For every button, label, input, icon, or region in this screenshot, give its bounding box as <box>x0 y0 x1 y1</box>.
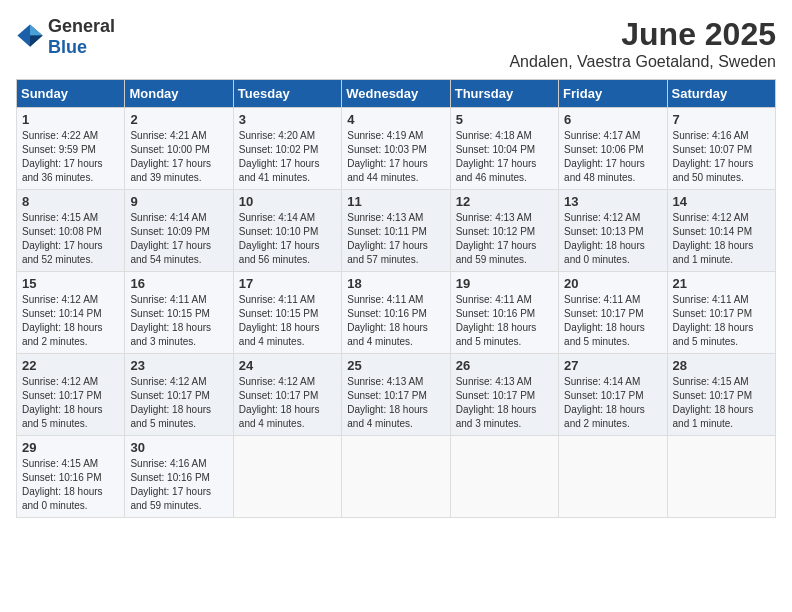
weekday-header: Thursday <box>450 80 558 108</box>
weekday-header: Sunday <box>17 80 125 108</box>
calendar-cell: 2Sunrise: 4:21 AMSunset: 10:00 PMDayligh… <box>125 108 233 190</box>
calendar-week-row: 29Sunrise: 4:15 AMSunset: 10:16 PMDaylig… <box>17 436 776 518</box>
day-number: 15 <box>22 276 119 291</box>
calendar-cell: 10Sunrise: 4:14 AMSunset: 10:10 PMDaylig… <box>233 190 341 272</box>
day-number: 12 <box>456 194 553 209</box>
day-detail: Sunrise: 4:13 AMSunset: 10:12 PMDaylight… <box>456 212 537 265</box>
day-detail: Sunrise: 4:14 AMSunset: 10:10 PMDaylight… <box>239 212 320 265</box>
weekday-header: Wednesday <box>342 80 450 108</box>
day-detail: Sunrise: 4:11 AMSunset: 10:15 PMDaylight… <box>130 294 211 347</box>
svg-marker-2 <box>30 36 43 47</box>
weekday-header: Tuesday <box>233 80 341 108</box>
day-number: 13 <box>564 194 661 209</box>
day-detail: Sunrise: 4:11 AMSunset: 10:15 PMDaylight… <box>239 294 320 347</box>
day-number: 11 <box>347 194 444 209</box>
calendar-cell: 25Sunrise: 4:13 AMSunset: 10:17 PMDaylig… <box>342 354 450 436</box>
day-number: 8 <box>22 194 119 209</box>
logo-blue: Blue <box>48 37 87 57</box>
calendar-cell: 19Sunrise: 4:11 AMSunset: 10:16 PMDaylig… <box>450 272 558 354</box>
day-detail: Sunrise: 4:16 AMSunset: 10:07 PMDaylight… <box>673 130 754 183</box>
day-number: 3 <box>239 112 336 127</box>
calendar-cell <box>450 436 558 518</box>
logo-general: General <box>48 16 115 36</box>
day-number: 10 <box>239 194 336 209</box>
calendar-cell: 27Sunrise: 4:14 AMSunset: 10:17 PMDaylig… <box>559 354 667 436</box>
calendar-cell: 13Sunrise: 4:12 AMSunset: 10:13 PMDaylig… <box>559 190 667 272</box>
calendar-cell: 29Sunrise: 4:15 AMSunset: 10:16 PMDaylig… <box>17 436 125 518</box>
day-number: 7 <box>673 112 770 127</box>
day-detail: Sunrise: 4:11 AMSunset: 10:16 PMDaylight… <box>456 294 537 347</box>
day-number: 5 <box>456 112 553 127</box>
calendar-week-row: 15Sunrise: 4:12 AMSunset: 10:14 PMDaylig… <box>17 272 776 354</box>
calendar-cell: 8Sunrise: 4:15 AMSunset: 10:08 PMDayligh… <box>17 190 125 272</box>
calendar-cell: 21Sunrise: 4:11 AMSunset: 10:17 PMDaylig… <box>667 272 775 354</box>
calendar-week-row: 1Sunrise: 4:22 AMSunset: 9:59 PMDaylight… <box>17 108 776 190</box>
calendar-cell: 24Sunrise: 4:12 AMSunset: 10:17 PMDaylig… <box>233 354 341 436</box>
day-detail: Sunrise: 4:21 AMSunset: 10:00 PMDaylight… <box>130 130 211 183</box>
day-number: 1 <box>22 112 119 127</box>
weekday-header: Saturday <box>667 80 775 108</box>
day-detail: Sunrise: 4:19 AMSunset: 10:03 PMDaylight… <box>347 130 428 183</box>
day-detail: Sunrise: 4:17 AMSunset: 10:06 PMDaylight… <box>564 130 645 183</box>
calendar-cell: 6Sunrise: 4:17 AMSunset: 10:06 PMDayligh… <box>559 108 667 190</box>
day-detail: Sunrise: 4:20 AMSunset: 10:02 PMDaylight… <box>239 130 320 183</box>
day-number: 4 <box>347 112 444 127</box>
weekday-header-row: SundayMondayTuesdayWednesdayThursdayFrid… <box>17 80 776 108</box>
day-detail: Sunrise: 4:12 AMSunset: 10:17 PMDaylight… <box>130 376 211 429</box>
day-number: 22 <box>22 358 119 373</box>
day-number: 19 <box>456 276 553 291</box>
day-detail: Sunrise: 4:13 AMSunset: 10:11 PMDaylight… <box>347 212 428 265</box>
day-detail: Sunrise: 4:13 AMSunset: 10:17 PMDaylight… <box>456 376 537 429</box>
calendar-cell: 7Sunrise: 4:16 AMSunset: 10:07 PMDayligh… <box>667 108 775 190</box>
calendar-cell <box>233 436 341 518</box>
day-number: 30 <box>130 440 227 455</box>
month-title: June 2025 <box>509 16 776 53</box>
page-header: General Blue June 2025 Andalen, Vaestra … <box>16 16 776 71</box>
day-number: 2 <box>130 112 227 127</box>
calendar-cell: 22Sunrise: 4:12 AMSunset: 10:17 PMDaylig… <box>17 354 125 436</box>
day-detail: Sunrise: 4:15 AMSunset: 10:16 PMDaylight… <box>22 458 103 511</box>
calendar-table: SundayMondayTuesdayWednesdayThursdayFrid… <box>16 79 776 518</box>
calendar-cell <box>667 436 775 518</box>
logo-icon <box>16 23 44 51</box>
calendar-cell <box>559 436 667 518</box>
day-number: 25 <box>347 358 444 373</box>
day-detail: Sunrise: 4:12 AMSunset: 10:17 PMDaylight… <box>22 376 103 429</box>
logo-text: General Blue <box>48 16 115 58</box>
day-detail: Sunrise: 4:11 AMSunset: 10:17 PMDaylight… <box>564 294 645 347</box>
day-detail: Sunrise: 4:12 AMSunset: 10:17 PMDaylight… <box>239 376 320 429</box>
day-detail: Sunrise: 4:14 AMSunset: 10:09 PMDaylight… <box>130 212 211 265</box>
calendar-cell: 15Sunrise: 4:12 AMSunset: 10:14 PMDaylig… <box>17 272 125 354</box>
day-detail: Sunrise: 4:12 AMSunset: 10:13 PMDaylight… <box>564 212 645 265</box>
day-detail: Sunrise: 4:15 AMSunset: 10:08 PMDaylight… <box>22 212 103 265</box>
day-number: 27 <box>564 358 661 373</box>
day-number: 18 <box>347 276 444 291</box>
day-number: 9 <box>130 194 227 209</box>
day-detail: Sunrise: 4:12 AMSunset: 10:14 PMDaylight… <box>22 294 103 347</box>
day-number: 17 <box>239 276 336 291</box>
svg-marker-1 <box>30 24 43 35</box>
day-number: 14 <box>673 194 770 209</box>
calendar-cell: 20Sunrise: 4:11 AMSunset: 10:17 PMDaylig… <box>559 272 667 354</box>
day-number: 29 <box>22 440 119 455</box>
day-number: 23 <box>130 358 227 373</box>
calendar-cell: 3Sunrise: 4:20 AMSunset: 10:02 PMDayligh… <box>233 108 341 190</box>
calendar-cell: 1Sunrise: 4:22 AMSunset: 9:59 PMDaylight… <box>17 108 125 190</box>
calendar-cell: 26Sunrise: 4:13 AMSunset: 10:17 PMDaylig… <box>450 354 558 436</box>
day-number: 21 <box>673 276 770 291</box>
calendar-cell: 5Sunrise: 4:18 AMSunset: 10:04 PMDayligh… <box>450 108 558 190</box>
day-detail: Sunrise: 4:15 AMSunset: 10:17 PMDaylight… <box>673 376 754 429</box>
logo: General Blue <box>16 16 115 58</box>
day-detail: Sunrise: 4:18 AMSunset: 10:04 PMDaylight… <box>456 130 537 183</box>
calendar-cell: 17Sunrise: 4:11 AMSunset: 10:15 PMDaylig… <box>233 272 341 354</box>
day-number: 20 <box>564 276 661 291</box>
location-title: Andalen, Vaestra Goetaland, Sweden <box>509 53 776 71</box>
day-detail: Sunrise: 4:14 AMSunset: 10:17 PMDaylight… <box>564 376 645 429</box>
day-detail: Sunrise: 4:12 AMSunset: 10:14 PMDaylight… <box>673 212 754 265</box>
calendar-cell <box>342 436 450 518</box>
day-detail: Sunrise: 4:22 AMSunset: 9:59 PMDaylight:… <box>22 130 103 183</box>
title-area: June 2025 Andalen, Vaestra Goetaland, Sw… <box>509 16 776 71</box>
calendar-cell: 14Sunrise: 4:12 AMSunset: 10:14 PMDaylig… <box>667 190 775 272</box>
calendar-cell: 4Sunrise: 4:19 AMSunset: 10:03 PMDayligh… <box>342 108 450 190</box>
day-number: 24 <box>239 358 336 373</box>
